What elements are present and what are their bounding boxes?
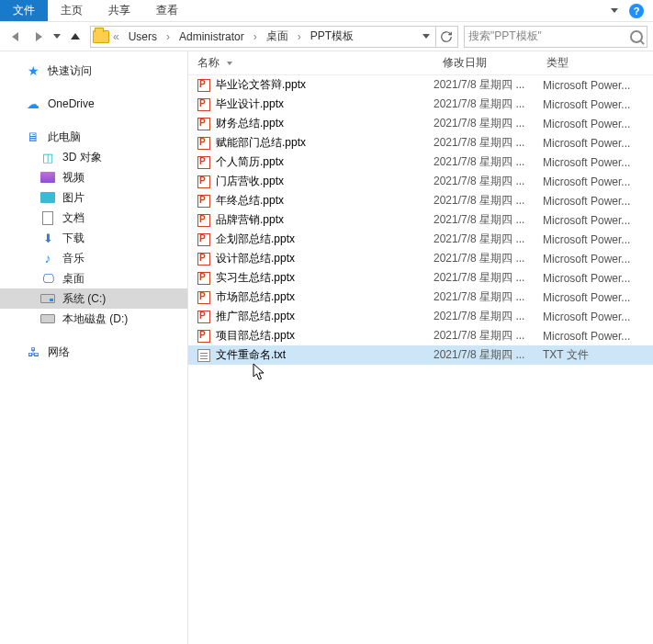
crumb-admin[interactable]: Administrator: [174, 30, 250, 43]
file-name: 赋能部门总结.pptx: [216, 135, 306, 151]
file-date: 2021/7/8 星期四 ...: [433, 174, 537, 189]
help-icon[interactable]: ?: [629, 4, 644, 18]
nav-drive-d[interactable]: 本地磁盘 (D:): [0, 309, 187, 329]
file-type: Microsoft Power...: [537, 156, 653, 169]
nav-label: 下载: [62, 231, 84, 246]
crumb-desktop[interactable]: 桌面: [261, 28, 294, 44]
file-row[interactable]: 毕业论文答辩.pptx2021/7/8 星期四 ...Microsoft Pow…: [188, 75, 653, 95]
file-name: 个人简历.pptx: [216, 154, 284, 170]
file-row[interactable]: 财务总结.pptx2021/7/8 星期四 ...Microsoft Power…: [188, 114, 653, 133]
nav-this-pc[interactable]: 🖥 此电脑: [0, 127, 187, 147]
ribbon-tab-home[interactable]: 主页: [48, 0, 96, 21]
file-row[interactable]: 实习生总结.pptx2021/7/8 星期四 ...Microsoft Powe…: [188, 268, 653, 288]
nav-forward-button: [29, 28, 48, 46]
file-date: 2021/7/8 星期四 ...: [433, 289, 537, 305]
file-row[interactable]: 年终总结.pptx2021/7/8 星期四 ...Microsoft Power…: [188, 191, 653, 210]
path-dropdown-icon[interactable]: [422, 34, 430, 39]
drive-icon: [40, 314, 55, 323]
file-type: Microsoft Power...: [537, 330, 653, 343]
file-row[interactable]: 项目部总结.pptx2021/7/8 星期四 ...Microsoft Powe…: [188, 326, 653, 345]
nav-pictures[interactable]: 图片: [0, 187, 187, 208]
col-type-header[interactable]: 类型: [537, 55, 653, 71]
column-headers: 名称 修改日期 类型: [188, 51, 653, 75]
file-type: Microsoft Power...: [537, 79, 653, 92]
file-name: 市场部总结.pptx: [216, 289, 295, 305]
powerpoint-file-icon: [197, 233, 210, 246]
powerpoint-file-icon: [197, 98, 210, 111]
nav-music[interactable]: ♪ 音乐: [0, 248, 187, 268]
file-type: Microsoft Power...: [537, 175, 653, 188]
col-name-header[interactable]: 名称: [188, 55, 433, 71]
nav-documents[interactable]: 文档: [0, 208, 187, 228]
file-list-pane: 名称 修改日期 类型 毕业论文答辩.pptx2021/7/8 星期四 ...Mi…: [188, 51, 653, 644]
file-list: 毕业论文答辩.pptx2021/7/8 星期四 ...Microsoft Pow…: [188, 75, 653, 644]
file-row[interactable]: 推广部总结.pptx2021/7/8 星期四 ...Microsoft Powe…: [188, 307, 653, 326]
nav-history-icon[interactable]: [53, 34, 61, 39]
file-date: 2021/7/8 星期四 ...: [433, 212, 537, 228]
nav-label: 音乐: [62, 251, 84, 266]
file-row[interactable]: 文件重命名.txt2021/7/8 星期四 ...TXT 文件: [188, 345, 653, 365]
file-name: 毕业论文答辩.pptx: [216, 77, 306, 93]
nav-quick-access[interactable]: ★ 快速访问: [0, 61, 187, 81]
file-row[interactable]: 赋能部门总结.pptx2021/7/8 星期四 ...Microsoft Pow…: [188, 133, 653, 153]
music-icon: ♪: [40, 251, 55, 266]
nav-downloads[interactable]: ⬇ 下载: [0, 228, 187, 248]
file-row[interactable]: 品牌营销.pptx2021/7/8 星期四 ...Microsoft Power…: [188, 210, 653, 230]
file-row[interactable]: 毕业设计.pptx2021/7/8 星期四 ...Microsoft Power…: [188, 95, 653, 114]
powerpoint-file-icon: [197, 272, 210, 285]
chevron-right-icon: ›: [252, 30, 259, 43]
nav-label: 此电脑: [48, 130, 81, 145]
file-date: 2021/7/8 星期四 ...: [433, 116, 537, 131]
powerpoint-file-icon: [197, 118, 210, 130]
powerpoint-file-icon: [197, 175, 210, 188]
nav-drive-c[interactable]: 系统 (C:): [0, 288, 187, 309]
col-date-header[interactable]: 修改日期: [433, 55, 537, 71]
ribbon-tab-view[interactable]: 查看: [143, 0, 191, 21]
ribbon-tab-share[interactable]: 共享: [96, 0, 143, 21]
nav-up-button[interactable]: [66, 28, 84, 46]
file-name: 毕业设计.pptx: [216, 96, 284, 112]
nav-onedrive[interactable]: ☁ OneDrive: [0, 94, 187, 114]
powerpoint-file-icon: [197, 214, 210, 227]
refresh-button[interactable]: [435, 27, 456, 47]
file-row[interactable]: 设计部总结.pptx2021/7/8 星期四 ...Microsoft Powe…: [188, 249, 653, 268]
file-date: 2021/7/8 星期四 ...: [433, 193, 537, 209]
crumb-users[interactable]: Users: [123, 30, 163, 43]
nav-videos[interactable]: 视频: [0, 167, 187, 187]
file-row[interactable]: 个人简历.pptx2021/7/8 星期四 ...Microsoft Power…: [188, 153, 653, 172]
nav-network[interactable]: 🖧 网络: [0, 342, 187, 362]
chevron-right-icon: ›: [164, 30, 172, 43]
breadcrumb[interactable]: « Users › Administrator › 桌面 › PPT模板: [90, 26, 458, 48]
file-name: 财务总结.pptx: [216, 116, 284, 131]
ribbon-tab-file[interactable]: 文件: [0, 0, 48, 21]
file-type: Microsoft Power...: [537, 214, 653, 227]
file-type: Microsoft Power...: [537, 137, 653, 150]
folder-icon: [93, 30, 109, 43]
file-name: 项目部总结.pptx: [216, 328, 295, 344]
powerpoint-file-icon: [197, 253, 210, 266]
nav-desktop[interactable]: 🖵 桌面: [0, 268, 187, 288]
cube-icon: ◫: [40, 150, 55, 164]
file-row[interactable]: 门店营收.pptx2021/7/8 星期四 ...Microsoft Power…: [188, 172, 653, 191]
ribbon-minimize-icon[interactable]: [611, 8, 618, 13]
file-row[interactable]: 企划部总结.pptx2021/7/8 星期四 ...Microsoft Powe…: [188, 230, 653, 249]
nav-label: 文档: [62, 210, 84, 226]
nav-back-button[interactable]: [6, 28, 24, 46]
video-icon: [40, 172, 55, 183]
download-icon: ⬇: [40, 231, 55, 245]
text-file-icon: [197, 349, 210, 362]
nav-3d-objects[interactable]: ◫ 3D 对象: [0, 147, 187, 167]
file-name: 实习生总结.pptx: [216, 270, 295, 286]
file-date: 2021/7/8 星期四 ...: [433, 77, 537, 93]
chevron-right-icon[interactable]: «: [111, 30, 121, 43]
file-type: Microsoft Power...: [537, 233, 653, 246]
search-input[interactable]: 搜索"PPT模板": [464, 26, 647, 48]
file-name: 设计部总结.pptx: [216, 251, 295, 266]
file-row[interactable]: 市场部总结.pptx2021/7/8 星期四 ...Microsoft Powe…: [188, 288, 653, 307]
document-icon: [42, 211, 53, 225]
file-type: TXT 文件: [537, 347, 653, 363]
nav-label: 系统 (C:): [62, 291, 106, 307]
file-type: Microsoft Power...: [537, 311, 653, 323]
crumb-folder[interactable]: PPT模板: [305, 28, 359, 44]
nav-label: OneDrive: [48, 97, 95, 110]
